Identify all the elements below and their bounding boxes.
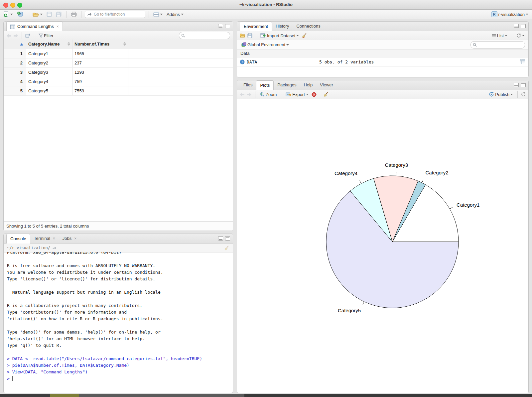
console-output[interactable]: Platform: x86_64-apple-darwin15.6.0 (64-… bbox=[4, 252, 233, 393]
new-file-button[interactable] bbox=[3, 11, 14, 18]
close-tab-icon[interactable]: × bbox=[53, 234, 55, 243]
pane-layout-button[interactable] bbox=[152, 11, 164, 18]
tab-files[interactable]: Files bbox=[240, 80, 256, 90]
viewer-search[interactable] bbox=[179, 32, 230, 39]
sort-arrows-icon bbox=[123, 42, 126, 46]
save-button[interactable] bbox=[46, 11, 53, 18]
environment-scope-button[interactable]: Global Environment bbox=[240, 42, 290, 48]
console-lines: Platform: x86_64-apple-darwin15.6.0 (64-… bbox=[4, 252, 233, 375]
nav-back-icon[interactable] bbox=[6, 34, 11, 38]
save-workspace-icon[interactable] bbox=[247, 33, 252, 38]
environment-scope-bar: Global Environment bbox=[237, 40, 528, 50]
column-header-number-of-times[interactable]: Number.of.Times bbox=[72, 40, 128, 49]
goto-directory-icon[interactable] bbox=[52, 246, 57, 250]
table-status-text: Showing 1 to 5 of 5 entries, 2 total col… bbox=[4, 221, 233, 231]
open-file-button[interactable] bbox=[32, 11, 44, 18]
table-row[interactable]: 5 Category5 7559 bbox=[4, 86, 233, 96]
pie-label-Category3: Category3 bbox=[385, 162, 408, 168]
table-row[interactable]: 3 Category3 1293 bbox=[4, 68, 233, 77]
export-plot-button[interactable]: Export bbox=[285, 91, 310, 98]
console-path-bar: ~/r-visualization/ bbox=[4, 244, 233, 252]
environment-view-mode-button[interactable]: List bbox=[491, 33, 508, 39]
save-all-button[interactable] bbox=[55, 11, 63, 18]
tab-jobs[interactable]: Jobs× bbox=[59, 234, 80, 243]
close-tab-icon[interactable]: × bbox=[74, 234, 76, 243]
times-cell: 237 bbox=[72, 58, 128, 67]
refresh-plot-icon[interactable] bbox=[521, 92, 526, 97]
open-in-new-window-icon[interactable] bbox=[25, 33, 31, 38]
minimize-pane-icon[interactable] bbox=[218, 24, 223, 28]
table-row[interactable]: 1 Category1 1965 bbox=[4, 49, 233, 58]
filter-button[interactable]: Filter bbox=[38, 33, 55, 39]
tab-history[interactable]: History bbox=[272, 22, 293, 31]
tab-environment[interactable]: Environment bbox=[240, 22, 272, 31]
print-button[interactable] bbox=[70, 11, 78, 18]
environment-search-input[interactable] bbox=[478, 42, 523, 48]
working-directory: ~/r-visualization/ bbox=[7, 246, 50, 250]
previous-plot-icon[interactable] bbox=[240, 92, 245, 97]
row-number-header[interactable] bbox=[4, 40, 26, 49]
goto-file-search[interactable] bbox=[85, 11, 145, 18]
publish-plot-button[interactable]: Publish bbox=[488, 91, 514, 98]
close-tab-icon[interactable]: × bbox=[57, 22, 59, 31]
zoom-magnifier-icon bbox=[260, 92, 265, 97]
minimize-pane-icon[interactable] bbox=[514, 24, 519, 28]
console-output-line bbox=[4, 256, 233, 262]
tab-plots[interactable]: Plots bbox=[256, 80, 274, 90]
pane-grid-icon bbox=[153, 12, 159, 17]
new-project-button[interactable]: R bbox=[16, 11, 25, 18]
environment-search[interactable] bbox=[470, 41, 525, 49]
zoom-plot-button[interactable]: Zoom bbox=[259, 91, 278, 98]
table-row[interactable]: 2 Category2 237 bbox=[4, 58, 233, 68]
goto-file-input[interactable] bbox=[93, 12, 138, 17]
toolbar-separator bbox=[22, 32, 22, 39]
toolbar-separator bbox=[149, 11, 149, 18]
times-cell: 1293 bbox=[72, 68, 128, 77]
export-icon bbox=[286, 92, 291, 97]
load-workspace-icon[interactable] bbox=[240, 33, 245, 38]
maximize-pane-icon[interactable] bbox=[225, 236, 230, 241]
view-data-icon[interactable] bbox=[520, 59, 525, 64]
tab-connections[interactable]: Connections bbox=[293, 22, 324, 31]
maximize-pane-icon[interactable] bbox=[521, 24, 526, 28]
console-output-line: Type 'contributors()' for more informati… bbox=[4, 309, 233, 316]
filter-funnel-icon bbox=[39, 34, 43, 38]
minimize-pane-icon[interactable] bbox=[218, 236, 223, 241]
clear-environment-icon[interactable] bbox=[302, 33, 307, 38]
maximize-pane-icon[interactable] bbox=[225, 24, 230, 28]
viewer-search-input[interactable] bbox=[187, 33, 228, 38]
pie-chart: Category1Category2Category3Category4Cate… bbox=[237, 99, 528, 393]
row-number-cell: 2 bbox=[4, 58, 26, 67]
open-file-caret-icon bbox=[40, 14, 43, 15]
tab-packages[interactable]: Packages bbox=[274, 80, 300, 90]
table-row[interactable]: 4 Category4 759 bbox=[4, 77, 233, 86]
maximize-pane-icon[interactable] bbox=[521, 83, 526, 87]
column-header-category-name[interactable]: Category.Name bbox=[26, 40, 72, 49]
viewer-tabstrip: Command Lengths × bbox=[4, 22, 233, 31]
tab-viewer[interactable]: Viewer bbox=[316, 80, 337, 90]
tab-console[interactable]: Console bbox=[6, 234, 30, 244]
project-menu-button[interactable]: R r-visualization bbox=[490, 11, 529, 18]
times-cell: 759 bbox=[72, 77, 128, 86]
minimize-pane-icon[interactable] bbox=[514, 83, 519, 87]
clear-all-plots-icon[interactable] bbox=[324, 92, 329, 97]
toolbar-separator bbox=[281, 91, 281, 98]
nav-forward-icon[interactable] bbox=[13, 34, 18, 38]
tab-label: Viewer bbox=[320, 80, 333, 90]
expand-object-icon[interactable] bbox=[240, 59, 245, 64]
tab-command-lengths[interactable]: Command Lengths × bbox=[6, 22, 63, 31]
clear-console-icon[interactable] bbox=[224, 246, 229, 250]
import-dataset-button[interactable]: Import Dataset bbox=[259, 33, 300, 39]
tab-help[interactable]: Help bbox=[300, 80, 316, 90]
console-prompt-line[interactable]: > bbox=[4, 375, 233, 382]
publish-caret-icon bbox=[510, 94, 513, 95]
remove-plot-icon[interactable] bbox=[312, 92, 317, 97]
environment-object-row[interactable]: DATA 5 obs. of 2 variables bbox=[237, 57, 528, 67]
pie-label-tick bbox=[422, 180, 423, 183]
tab-terminal[interactable]: Terminal× bbox=[30, 234, 59, 243]
addins-button[interactable]: Addins bbox=[166, 11, 185, 18]
export-caret-icon bbox=[306, 94, 309, 95]
pie-label-Category5: Category5 bbox=[338, 308, 361, 313]
next-plot-icon[interactable] bbox=[247, 92, 252, 97]
refresh-environment-button[interactable] bbox=[515, 33, 526, 39]
